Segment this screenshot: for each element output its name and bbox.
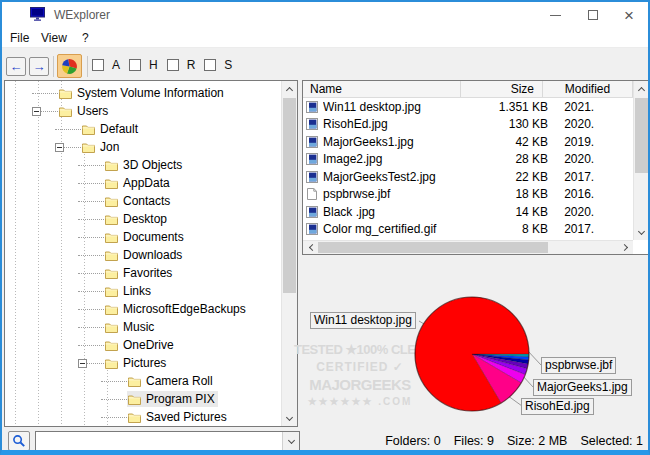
tree-item[interactable]: Links	[5, 282, 281, 300]
tree-item[interactable]: Favorites	[5, 264, 281, 282]
tree-item[interactable]: Downloads	[5, 246, 281, 264]
tree-item[interactable]: 3D Objects	[5, 156, 281, 174]
menu-item-file[interactable]: File	[10, 31, 29, 45]
scroll-left-button[interactable]	[303, 241, 319, 254]
tree-item-body[interactable]: System Volume Information	[58, 85, 227, 101]
bottom-bar: Folders: 0 Files: 9 Size: 2 MB Selected:…	[2, 429, 648, 452]
file-name: RisohEd.jpg	[323, 117, 463, 131]
folder-icon	[105, 214, 118, 225]
tree-item[interactable]: Program PIX	[5, 390, 281, 408]
attribute-checkbox-h[interactable]: H	[129, 58, 158, 72]
file-row[interactable]: Color mg_certified.gif8 KB2017.	[303, 221, 633, 239]
menu-item-help[interactable]: ?	[82, 31, 89, 45]
tree-item-body[interactable]: AppData	[104, 175, 173, 191]
file-row[interactable]: RisohEd.jpg130 KB2020.	[303, 116, 633, 134]
tree-item-body[interactable]: Users	[58, 103, 111, 119]
scroll-up-button[interactable]	[282, 81, 297, 97]
tree-item-body[interactable]: Default	[81, 121, 141, 137]
tree-item[interactable]: MicrosoftEdgeBackups	[5, 300, 281, 318]
tree-item[interactable]: Saved Pictures	[5, 408, 281, 426]
tree-item[interactable]: Documents	[5, 228, 281, 246]
tree-item-body[interactable]: Documents	[104, 229, 187, 245]
tree-item[interactable]: Music	[5, 318, 281, 336]
attribute-filter-group: A H R S	[92, 58, 232, 72]
path-dropdown-button[interactable]	[282, 432, 299, 450]
file-row[interactable]: MajorGeeksTest2.jpg22 KB2017.	[303, 168, 633, 186]
back-button[interactable]: ←	[6, 57, 26, 76]
tree-item[interactable]: Jon	[5, 138, 281, 156]
column-header-size[interactable]: Size	[461, 81, 544, 97]
tree-collapse-toggle[interactable]	[78, 359, 87, 368]
tree-item-body[interactable]: Links	[104, 283, 154, 299]
file-row[interactable]: pspbrwse.jbf18 KB2016.	[303, 186, 633, 204]
tree-item-body[interactable]: Downloads	[104, 247, 185, 263]
tree-item-body[interactable]: 3D Objects	[104, 157, 185, 173]
scroll-down-button[interactable]	[634, 224, 649, 240]
tree-item-body[interactable]: Jon	[81, 139, 122, 155]
checkbox-icon[interactable]	[167, 59, 179, 71]
tree-item-body[interactable]: Pictures	[104, 355, 169, 371]
tree-item[interactable]: Users	[5, 102, 281, 120]
maximize-button[interactable]	[578, 2, 608, 28]
tree-item-body[interactable]: Contacts	[104, 193, 173, 209]
list-scrollbar-thumb[interactable]	[635, 98, 648, 173]
file-row[interactable]: Black .jpg14 KB2020.	[303, 203, 633, 221]
attribute-checkbox-r[interactable]: R	[167, 58, 196, 72]
attribute-checkbox-a[interactable]: A	[92, 58, 120, 72]
tree-connector-line	[41, 111, 58, 112]
tree-item[interactable]: System Volume Information	[5, 84, 281, 102]
tree-collapse-toggle[interactable]	[55, 143, 64, 152]
tree-scrollbar-thumb[interactable]	[283, 98, 296, 293]
tree-item-body[interactable]: Favorites	[104, 265, 175, 281]
tree-connector-line	[78, 273, 104, 274]
tree-collapse-toggle[interactable]	[32, 107, 41, 116]
tree-item[interactable]: Desktop	[5, 210, 281, 228]
checkbox-icon[interactable]	[204, 59, 216, 71]
tree-item[interactable]: Pictures	[5, 354, 281, 372]
tree-connector-line	[78, 345, 104, 346]
checkbox-icon[interactable]	[92, 59, 104, 71]
tree-item-body[interactable]: Saved Pictures	[127, 409, 230, 425]
tree-item-body[interactable]: Music	[104, 319, 157, 335]
checkbox-icon[interactable]	[129, 59, 141, 71]
tree-item[interactable]: Default	[5, 120, 281, 138]
tree-item-label: Downloads	[123, 248, 182, 262]
search-button[interactable]	[8, 431, 30, 451]
file-list-horizontal-scrollbar[interactable]	[303, 240, 633, 254]
minimize-button[interactable]	[540, 2, 570, 28]
file-row[interactable]: MajorGeeks1.jpg42 KB2019.	[303, 133, 633, 151]
tree-item[interactable]: OneDrive	[5, 336, 281, 354]
column-header-modified[interactable]: Modified	[543, 81, 633, 97]
file-row[interactable]: Win11 desktop.jpg1.351 KB2021.	[303, 98, 633, 116]
chart-toggle-button[interactable]	[57, 54, 82, 78]
close-button[interactable]: ×	[614, 2, 644, 28]
tree-item-label: Program PIX	[146, 392, 215, 406]
tree-item-body[interactable]: MicrosoftEdgeBackups	[104, 301, 249, 317]
tree-item-body[interactable]: Camera Roll	[127, 373, 216, 389]
document-file-icon	[306, 188, 318, 200]
tree-item[interactable]: Camera Roll	[5, 372, 281, 390]
scroll-up-button[interactable]	[634, 81, 649, 97]
attribute-checkbox-s[interactable]: S	[204, 58, 232, 72]
tree-item[interactable]: Contacts	[5, 192, 281, 210]
path-combobox[interactable]	[35, 431, 300, 451]
file-modified-date: 2021.	[556, 100, 633, 114]
menu-item-view[interactable]: View	[41, 31, 67, 45]
folder-tree-panel: System Volume InformationUsersDefaultJon…	[4, 80, 298, 427]
file-list-vertical-scrollbar[interactable]	[633, 81, 649, 240]
tree-item-body[interactable]: Desktop	[104, 211, 170, 227]
tree-item-body[interactable]: OneDrive	[104, 337, 177, 353]
toolbar-separator	[87, 56, 88, 77]
hscrollbar-thumb[interactable]	[318, 242, 548, 253]
tree-item-selected[interactable]: Program PIX	[127, 391, 218, 407]
chart-callout-label: Win11 desktop.jpg	[310, 312, 416, 329]
status-folders: Folders: 0	[385, 434, 441, 448]
column-header-name[interactable]: Name	[303, 81, 461, 97]
tree-connector-line	[64, 147, 81, 148]
forward-button[interactable]: →	[29, 57, 49, 76]
scroll-right-button[interactable]	[617, 241, 633, 254]
tree-item[interactable]: AppData	[5, 174, 281, 192]
scroll-down-button[interactable]	[282, 410, 297, 426]
file-row[interactable]: Image2.jpg28 KB2020.	[303, 151, 633, 169]
folder-icon	[59, 88, 72, 99]
